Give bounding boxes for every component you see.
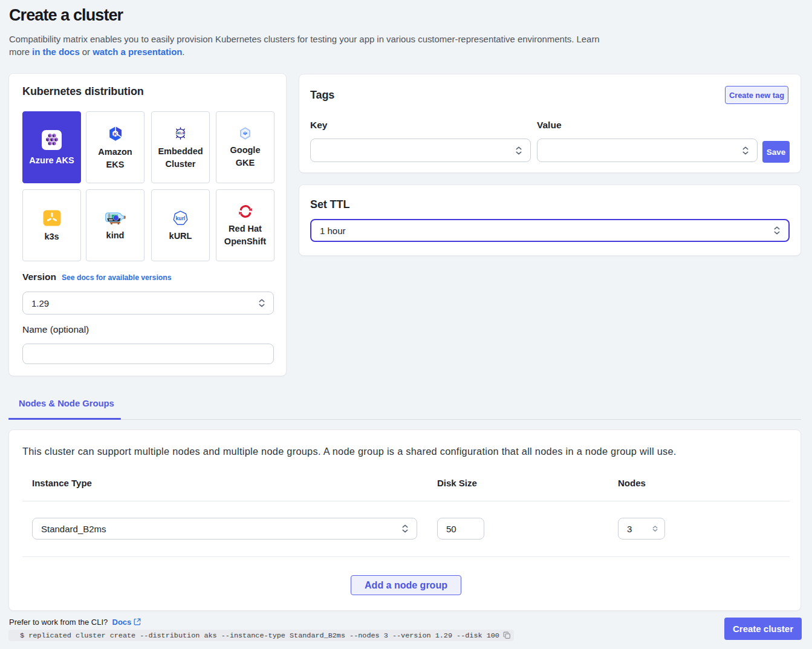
svg-text:HELM: HELM (176, 131, 185, 135)
svg-text:kurl: kurl (176, 215, 186, 221)
svg-text:K: K (113, 131, 117, 136)
